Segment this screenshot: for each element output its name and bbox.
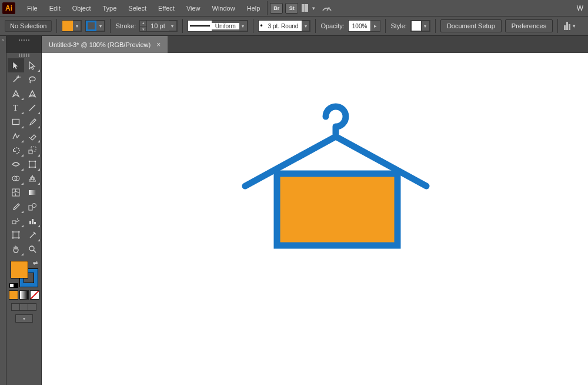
menu-window[interactable]: Window bbox=[206, 0, 241, 16]
eraser-tool[interactable] bbox=[24, 129, 41, 143]
menu-file[interactable]: File bbox=[21, 0, 44, 16]
artboard-tool[interactable] bbox=[8, 228, 24, 242]
menu-edit[interactable]: Edit bbox=[44, 0, 66, 16]
direct-selection-tool[interactable] bbox=[24, 58, 41, 72]
svg-text:T: T bbox=[13, 104, 18, 112]
tools-panel-header[interactable] bbox=[6, 36, 42, 53]
document-tab[interactable]: Untitled-3* @ 100% (RGB/Preview) × bbox=[42, 36, 168, 53]
stroke-weight-field[interactable]: ▴▾ 10 pt ▾ bbox=[139, 20, 177, 32]
default-fill-stroke-icon[interactable] bbox=[9, 283, 18, 288]
chevron-down-icon[interactable]: ▾ bbox=[96, 21, 105, 31]
pen-tool[interactable] bbox=[8, 87, 24, 101]
document-setup-button[interactable]: Document Setup bbox=[440, 19, 502, 32]
draw-inside[interactable] bbox=[28, 303, 36, 311]
gpu-performance-icon[interactable] bbox=[321, 2, 333, 14]
app-logo[interactable]: Ai bbox=[2, 2, 15, 14]
close-icon[interactable]: × bbox=[156, 41, 161, 49]
screen-mode-button[interactable]: ▾ bbox=[15, 314, 33, 323]
gradient-tool[interactable] bbox=[24, 185, 41, 200]
mesh-tool[interactable] bbox=[8, 185, 24, 200]
draw-behind[interactable] bbox=[19, 303, 28, 311]
lasso-tool[interactable] bbox=[24, 72, 41, 87]
draw-normal[interactable] bbox=[11, 303, 20, 311]
width-profile-field[interactable]: Uniform ▾ bbox=[188, 20, 248, 32]
curvature-tool[interactable] bbox=[24, 87, 41, 101]
magic-wand-tool[interactable] bbox=[8, 72, 24, 87]
brush-definition-field[interactable]: • 3 pt. Round ▾ bbox=[258, 20, 311, 32]
align-icon bbox=[564, 22, 570, 30]
stroke-color-swatch[interactable]: ▾ bbox=[85, 20, 105, 32]
free-transform-tool[interactable] bbox=[24, 157, 41, 171]
chevron-right-icon[interactable]: ▸ bbox=[370, 21, 380, 31]
grip-icon[interactable] bbox=[19, 54, 29, 57]
stroke-weight-value[interactable]: 10 pt bbox=[147, 22, 168, 29]
opacity-value[interactable]: 100% bbox=[349, 23, 371, 29]
menu-help[interactable]: Help bbox=[241, 0, 266, 16]
fill-swatch-icon bbox=[62, 21, 73, 31]
symbol-sprayer-tool[interactable] bbox=[8, 214, 24, 228]
chevron-down-icon[interactable]: ▾ bbox=[422, 21, 430, 31]
svg-line-1 bbox=[14, 77, 18, 82]
menu-type[interactable]: Type bbox=[97, 0, 123, 16]
type-tool[interactable]: T bbox=[8, 101, 24, 115]
menu-object[interactable]: Object bbox=[66, 0, 97, 16]
chevron-down-icon[interactable]: ▾ bbox=[239, 21, 248, 31]
canvas[interactable] bbox=[42, 53, 588, 385]
left-dock-strip[interactable] bbox=[0, 53, 6, 385]
rotate-tool[interactable] bbox=[8, 143, 24, 157]
chevron-down-icon[interactable]: ▾ bbox=[169, 21, 177, 31]
hand-tool[interactable] bbox=[8, 242, 24, 256]
document-tab-title: Untitled-3* @ 100% (RGB/Preview) bbox=[49, 41, 151, 48]
swap-fill-stroke-icon[interactable]: ⇄ bbox=[33, 260, 38, 266]
menu-view[interactable]: View bbox=[181, 0, 206, 16]
workspace-switcher[interactable]: W bbox=[574, 4, 586, 12]
chevron-down-icon[interactable]: ▾ bbox=[302, 21, 310, 31]
menu-select[interactable]: Select bbox=[122, 0, 152, 16]
svg-rect-9 bbox=[29, 150, 32, 154]
svg-point-15 bbox=[34, 167, 36, 168]
color-mode-color[interactable] bbox=[9, 290, 18, 300]
shape-builder-tool[interactable] bbox=[8, 171, 24, 185]
color-mode-gradient[interactable] bbox=[19, 290, 29, 300]
opacity-field[interactable]: 100% ▸ bbox=[348, 20, 381, 32]
graphic-style-field[interactable]: ▾ bbox=[410, 20, 430, 32]
zoom-tool[interactable] bbox=[24, 242, 41, 256]
style-label[interactable]: Style: bbox=[390, 22, 407, 29]
stock-icon[interactable]: St bbox=[285, 3, 298, 14]
column-graph-tool[interactable] bbox=[24, 214, 41, 228]
arrange-documents-icon[interactable]: ▾ bbox=[302, 4, 318, 12]
line-segment-tool[interactable] bbox=[24, 101, 41, 115]
separator bbox=[267, 1, 268, 15]
separator bbox=[385, 19, 386, 33]
opacity-label[interactable]: Opacity: bbox=[320, 22, 344, 29]
brush-definition-value: 3 pt. Round bbox=[265, 23, 302, 29]
preferences-button[interactable]: Preferences bbox=[505, 19, 553, 32]
artwork[interactable] bbox=[230, 94, 442, 271]
svg-point-13 bbox=[34, 161, 36, 162]
fill-proxy-icon[interactable] bbox=[11, 261, 28, 278]
blend-tool[interactable] bbox=[24, 200, 41, 214]
perspective-grid-tool[interactable] bbox=[24, 171, 41, 185]
align-to-field[interactable]: ▾ bbox=[563, 22, 578, 30]
towel-rectangle[interactable] bbox=[277, 174, 397, 245]
stepper-icon[interactable]: ▴▾ bbox=[140, 20, 147, 32]
bridge-icon[interactable]: Br bbox=[270, 3, 283, 14]
chevron-down-icon[interactable]: ▾ bbox=[73, 21, 81, 31]
selection-tool[interactable] bbox=[8, 58, 24, 72]
fill-color-swatch[interactable]: ▾ bbox=[62, 20, 82, 32]
fill-stroke-control[interactable]: ⇄ bbox=[9, 260, 39, 288]
eyedropper-tool[interactable] bbox=[8, 200, 24, 214]
selection-indicator[interactable]: No Selection bbox=[5, 20, 52, 32]
width-tool[interactable] bbox=[8, 157, 24, 171]
stroke-label[interactable]: Stroke: bbox=[115, 22, 136, 29]
rectangle-tool[interactable] bbox=[8, 115, 24, 129]
color-mode-none[interactable] bbox=[30, 290, 39, 300]
separator bbox=[182, 19, 183, 33]
panel-collapse-handle[interactable]: « bbox=[0, 36, 6, 53]
chevron-down-icon[interactable]: ▾ bbox=[573, 23, 576, 29]
menu-effect[interactable]: Effect bbox=[152, 0, 181, 16]
paintbrush-tool[interactable] bbox=[24, 115, 41, 129]
slice-tool[interactable] bbox=[24, 228, 41, 242]
scale-tool[interactable] bbox=[24, 143, 41, 157]
shaper-tool[interactable] bbox=[8, 129, 24, 143]
